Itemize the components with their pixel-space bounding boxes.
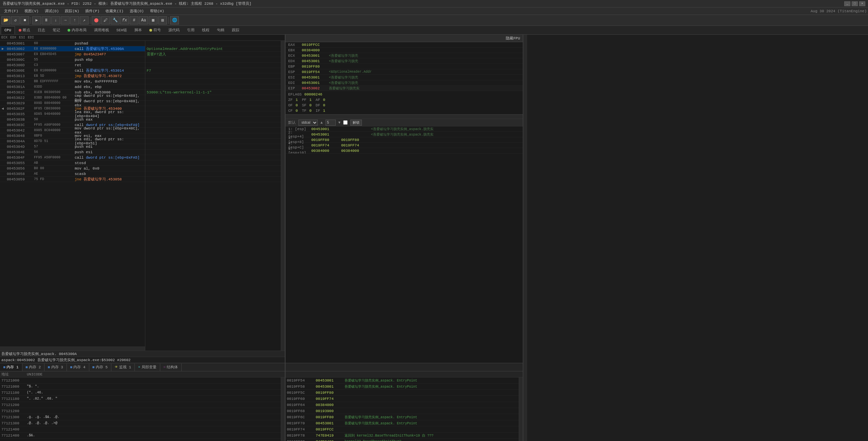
disasm-address: 00453029 [5, 101, 33, 105]
toolbar-restart[interactable]: ↺ [11, 16, 20, 24]
tab-symbols[interactable]: 符号 [146, 26, 165, 34]
toolbar-open[interactable]: 📂 [1, 16, 10, 24]
menu-favorites[interactable]: 收藏夹(I) [103, 8, 126, 14]
comment-row [145, 122, 281, 128]
mem-tab-5[interactable]: ▦ 内存 5 [89, 364, 112, 371]
disasm-row[interactable]: 00453058 AE scasb [0, 171, 145, 177]
mem-tab-watch1[interactable]: 👁 监视 1 [111, 364, 135, 371]
disasm-row[interactable]: 0045304E 56 push esi [0, 149, 145, 155]
maximize-button[interactable]: □ [852, 1, 858, 6]
menu-help[interactable]: 帮助(H) [147, 8, 167, 14]
disasm-hscroll[interactable] [0, 347, 145, 351]
tab-references[interactable]: 引用 [183, 26, 198, 34]
mem-content[interactable]: 77121000 77121080 "$. *. 77121100 (*. .4… [0, 377, 285, 441]
disasm-address: 0045300D [5, 63, 33, 67]
mem-tab-locals[interactable]: ≡ 局部变量 [135, 364, 160, 371]
disasm-row[interactable]: 00453042 8985 8C040000 mov dword ptr ss:… [0, 128, 145, 133]
stack-vscroll[interactable] [519, 377, 523, 441]
toolbar-misc[interactable]: 🌐 [170, 16, 179, 24]
right-vscroll[interactable] [523, 35, 527, 441]
mem-tab-struct[interactable]: ∷ 结构体 [160, 364, 182, 371]
toolbar-step-out[interactable]: ↑ [70, 16, 79, 24]
tab-cpu[interactable]: CPU [1, 26, 15, 34]
tab-source[interactable]: 源代码 [165, 26, 183, 34]
disasm-row[interactable]: 0045303B 50 push eax [0, 117, 145, 122]
disasm-row[interactable]: 00453055 AB stosd [0, 160, 145, 166]
disasm-row[interactable]: ► 00453002 E8 03000000 call 吾爱破坛学习.45300… [0, 46, 145, 52]
menu-view[interactable]: 视图(V) [22, 8, 41, 14]
disasm-row[interactable]: 0045301A 03DD add ebx, ebp [0, 84, 145, 90]
disasm-row[interactable]: 0045300D C3 ret [0, 63, 145, 68]
mem-tab-4[interactable]: ▦ 内存 4 [67, 364, 89, 371]
menu-options[interactable]: 选项(O) [127, 8, 147, 14]
disasm-row[interactable]: 00453015 BB EDFFFFFFF mov ebx, 0xFFFFFFE… [0, 79, 145, 84]
tab-seh[interactable]: SEH链 [113, 26, 131, 34]
reg-hscroll[interactable] [285, 114, 523, 119]
comment-row: 需要F7进入 [145, 52, 281, 57]
disasm-instruction: push eax [73, 118, 145, 122]
toolbar-hw-bp[interactable]: 🔧 [111, 16, 119, 24]
unlock-checkbox[interactable] [343, 120, 348, 125]
stack-content[interactable]: 0019FF54 00453001 吾爱破坛学习脱壳实例_aspack. Ent… [285, 377, 523, 441]
disasm-row[interactable]: 0045300E E8 01000000 call 吾爱破坛学习.453014 [0, 68, 145, 73]
disasm-row[interactable]: 00453056 B0 00 mov al, 0x0 [0, 166, 145, 171]
mem-tab-2[interactable]: ▦ 内存 2 [22, 364, 45, 371]
menu-plugin[interactable]: 插件(P) [82, 8, 102, 14]
toolbar-step-in[interactable]: ↓ [51, 16, 60, 24]
disasm-row[interactable]: 0045304A 8D7D 51 lea edi, dword ptr ss:[… [0, 139, 145, 144]
tab-script[interactable]: 脚本 [131, 26, 146, 34]
toolbar-hash[interactable]: # [130, 16, 138, 24]
disasm-row[interactable]: 00453035 8D85 94040000 lea eax, dword pt… [0, 111, 145, 117]
toolbar-run-to[interactable]: ↗ [80, 16, 89, 24]
toolbar-close[interactable]: ■ [20, 16, 29, 24]
disasm-row[interactable]: 00453029 899D 88040000 mov dword ptr ss:… [0, 101, 145, 106]
toolbar-mem[interactable]: ▦ [149, 16, 158, 24]
disasm-row[interactable]: 00453013 EB 5D jmp 吾爱破坛学习.453072 [0, 73, 145, 79]
tab-breakpoints[interactable]: 断点 [15, 26, 34, 34]
disasm-row[interactable]: 00453059 75 FD jne 吾爱破坛学习.453058 [0, 177, 145, 182]
close-button[interactable]: × [859, 1, 865, 6]
disasm-row[interactable]: 0045304F FF95 A50F0000 call dword ptr ss… [0, 155, 145, 160]
disasm-row[interactable]: 00453007 E9 EB045D45 jmp 0x45A234F7 [0, 52, 145, 57]
disasm-row[interactable]: 0045304D 57 push edi [0, 144, 145, 149]
menu-debug[interactable]: 调试(D) [42, 8, 62, 14]
minimize-button[interactable]: _ [844, 1, 850, 6]
tab-notes[interactable]: 笔记 [49, 26, 64, 34]
disasm-row[interactable]: 00453001 60 pushad [0, 41, 145, 46]
unlock-button[interactable]: 解锁 [350, 120, 362, 126]
mem-tab-1[interactable]: ▦ 内存 1 [0, 364, 22, 371]
callconv-arrow-up[interactable]: ▲ [320, 121, 323, 125]
callconv-select[interactable]: stdcal [298, 120, 318, 126]
disasm-rows[interactable]: 00453001 60 pushad ► 00453002 E8 0300000… [0, 41, 145, 347]
tab-log[interactable]: 日志 [34, 26, 49, 34]
tab-call-stack[interactable]: 调用堆栈 [90, 26, 113, 34]
tab-trace[interactable]: 跟踪 [228, 26, 243, 34]
disasm-instruction: pushad [73, 41, 145, 46]
main-container: ECX EDX ESI EDI 00453001 60 pushad ► 004… [0, 35, 868, 441]
toolbar-stack[interactable]: ▤ [158, 16, 167, 24]
stack-entry: 1: [esp] 00453001 <吾爱破坛学习脱壳实例_aspack.脱壳实 [285, 126, 523, 132]
disasm-vscroll[interactable] [281, 41, 285, 351]
menu-file[interactable]: 文件(F) [1, 8, 21, 14]
callconv-arrow-down[interactable]: ▼ [338, 121, 341, 125]
disasm-address: 0045304F [5, 156, 33, 160]
toolbar-aa[interactable]: Aa [139, 16, 148, 24]
toolbar-bp[interactable]: ⬤ [92, 16, 100, 24]
toolbar-pause[interactable]: ⏸ [42, 16, 51, 24]
disasm-row[interactable]: 0045300C 55 push ebp [0, 57, 145, 63]
menu-trace[interactable]: 跟踪(N) [62, 8, 82, 14]
mem-vscroll[interactable] [281, 377, 285, 441]
tab-threads[interactable]: 线程 [198, 26, 213, 34]
toolbar-mem-bp[interactable]: 🖊 [101, 16, 110, 24]
toolbar-step-over[interactable]: → [61, 16, 70, 24]
toolbar-run[interactable]: ▶ [32, 16, 41, 24]
comment-row [145, 84, 281, 90]
hide-fpu-label[interactable]: 隐藏FPU [506, 36, 520, 41]
disasm-arrow-icon: ► [0, 47, 5, 51]
mem-tab-3[interactable]: ▦ 内存 3 [44, 364, 67, 371]
toolbar-fx[interactable]: fx [120, 16, 129, 24]
tab-memory-layout[interactable]: 内存布局 [64, 26, 90, 34]
disasm-address: 00453055 [5, 161, 33, 165]
callconv-num[interactable] [326, 120, 336, 126]
tab-handles[interactable]: 句柄 [213, 26, 228, 34]
